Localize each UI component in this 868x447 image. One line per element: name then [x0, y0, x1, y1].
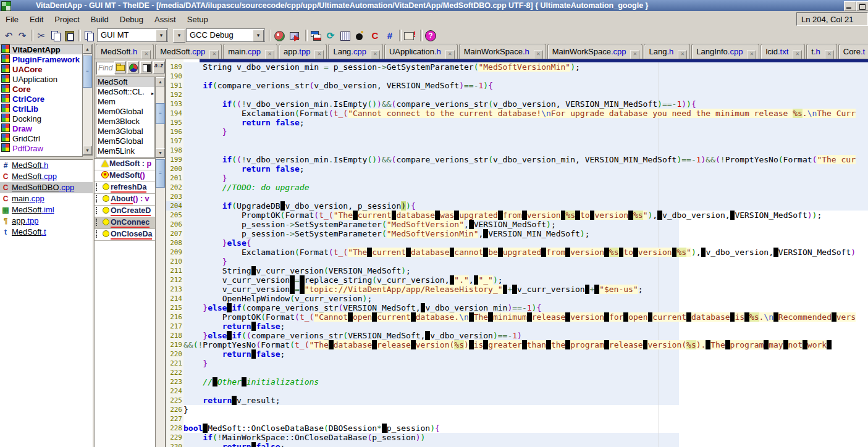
code-line[interactable]: } [183, 127, 227, 136]
code-line[interactable]: bool MedSoft::OnCloseDataBase(DBOSession… [183, 424, 440, 433]
help-button[interactable]: ? [424, 29, 437, 43]
scroll-up-button[interactable]: ▲ [156, 77, 165, 86]
mail-errors-button[interactable]: ! [403, 29, 416, 43]
code-line[interactable]: return v_result; [183, 396, 280, 405]
package-item-draw[interactable]: Draw [0, 123, 82, 133]
scrollbar-thumb[interactable]: ≡ [156, 103, 165, 124]
file-item-medsoftdbo-cpp[interactable]: CMedSoftDBO.cpp [0, 182, 93, 193]
symbol-item-mem3global[interactable]: Mem3Global [96, 127, 154, 136]
code-line[interactable]: return false; [183, 118, 305, 127]
scrollbar-thumb[interactable]: ≡ [156, 159, 165, 188]
image-designer-button[interactable] [309, 29, 322, 43]
code-editor[interactable]: 1891901911921931941951961971981992002012… [166, 59, 868, 447]
package-item-vitadentapp[interactable]: VitaDentApp [0, 44, 82, 54]
redo-button[interactable]: ↷ [15, 29, 29, 43]
code-line[interactable]: } [183, 359, 208, 368]
scrollbar-thumb[interactable]: ≡ [83, 56, 92, 88]
package-item-ctrlcore[interactable]: CtrlCore [0, 94, 82, 104]
member-item-oncloseda[interactable]: OnCloseDa [95, 229, 155, 241]
symbol-item-mem[interactable]: Mem [96, 97, 154, 107]
member-item-oncreated[interactable]: OnCreateD [95, 206, 155, 217]
code-line[interactable]: if((!v_dbo_version_min.IsEmpty())&&(comp… [183, 155, 856, 164]
combo-dropdown-icon[interactable]: ▾ [156, 30, 167, 42]
member-item-medsoft[interactable]: MedSoft : p [95, 159, 155, 170]
debug-bomb-button[interactable] [353, 29, 367, 43]
build-method-combo[interactable]: GCC Debug▾ [186, 28, 265, 42]
code-line[interactable]: PromptOK(Format(t_("Cannot open current … [183, 312, 856, 322]
tab-close-icon[interactable]: ✕ [534, 50, 543, 59]
package-item-pluginframework[interactable]: PluginFramework [0, 54, 82, 64]
member-list-scrollbar[interactable]: ≡ [155, 158, 165, 447]
tab-close-icon[interactable]: ✕ [825, 50, 834, 59]
tab-lcid-txt[interactable]: lcid.txt✕ [761, 44, 805, 59]
file-item-medsoft-iml[interactable]: ▦MedSoft.iml [0, 204, 93, 215]
tab-lang-h[interactable]: Lang.h✕ [644, 44, 690, 59]
member-item-about[interactable]: About() : v [95, 194, 155, 206]
tab-t-h[interactable]: t.h✕ [806, 44, 836, 59]
build-mode-dropdown-button[interactable]: ▾ [173, 29, 185, 43]
debug-package-button[interactable] [288, 29, 301, 43]
file-item-medsoft-cpp[interactable]: CMedSoft.cpp [0, 171, 93, 182]
symbol-list-scrollbar[interactable]: ▲ ≡ ▼ [155, 77, 165, 158]
tab-mainworkspace-h[interactable]: MainWorkSpace.h✕ [459, 44, 546, 59]
code-line[interactable]: } [183, 405, 188, 414]
tab-langinfo-cpp[interactable]: LangInfo.cpp✕ [691, 44, 759, 59]
tab-medsoft-h[interactable]: MedSoft.h✕ [96, 44, 154, 59]
file-item-main-cpp[interactable]: Cmain.cpp [0, 193, 93, 204]
code-line[interactable]: if(compare_verions_str(v_dbo_version, VE… [183, 81, 493, 90]
find-input[interactable]: Find [96, 62, 115, 75]
package-item-core[interactable]: Core [0, 84, 82, 94]
tab-close-icon[interactable]: ✕ [265, 50, 274, 59]
code-line[interactable]: } [183, 257, 227, 266]
package-item-gridctrl[interactable]: GridCtrl [0, 133, 82, 143]
tab-close-icon[interactable]: ✕ [793, 50, 802, 59]
sort-az-button[interactable]: a↓z [153, 61, 165, 73]
code-line[interactable]: return false; [183, 164, 305, 173]
file-item-medsoft-h[interactable]: #MedSoft.h [0, 160, 93, 171]
symbol-item-mem5link[interactable]: Mem5Link [96, 146, 154, 156]
code-line[interactable]: p_session->SetSystemParameter("MedSoftVe… [183, 229, 590, 238]
scope-button[interactable] [127, 61, 139, 73]
menu-item-setup[interactable]: Setup [182, 11, 214, 28]
code-line[interactable]: if(!MainWorkSpace::OnCloseDataBase(p_ses… [183, 433, 425, 442]
code-line[interactable]: } [183, 173, 227, 183]
tab-close-icon[interactable]: ✕ [678, 50, 687, 59]
code-line[interactable]: &&(!PromptYesNo(Format(t_("The database … [183, 340, 832, 349]
combo-dropdown-icon[interactable]: ▾ [253, 30, 264, 42]
code-line[interactable]: return false; [183, 349, 285, 359]
tab-lang-cpp[interactable]: Lang.cpp✕ [328, 44, 383, 59]
undo-button[interactable]: ↶ [2, 29, 15, 43]
symbol-item-mem5global[interactable]: Mem5Global [96, 136, 154, 146]
code-line[interactable]: PromptOK(Format(t_("The current database… [183, 211, 822, 220]
symbol-item-mem0global[interactable]: Mem0Global [96, 107, 154, 117]
code-line[interactable]: //TODO: do upgrade [183, 183, 310, 192]
tab-close-icon[interactable]: ✕ [445, 50, 455, 59]
maximize-button[interactable] [856, 1, 868, 11]
rebuild-c-button[interactable]: C [368, 29, 382, 43]
sync-button[interactable]: ⟳ [324, 29, 337, 43]
package-item-ctrllib[interactable]: CtrlLib [0, 104, 82, 114]
menu-item-build[interactable]: Build [85, 11, 114, 28]
package-item-uacore[interactable]: UACore [0, 64, 82, 74]
package-item-pdfdraw[interactable]: PdfDraw [0, 143, 82, 153]
tab-close-icon[interactable]: ✕ [630, 50, 639, 59]
file-item-app-tpp[interactable]: ¶app.tpp [0, 215, 93, 227]
code-line[interactable]: p_session->SetSystemParameter("MedSoftVe… [183, 220, 556, 229]
package-list-scrollbar[interactable]: ▲ ≡ ▼ [82, 44, 93, 156]
menu-item-assist[interactable]: Assist [149, 11, 182, 28]
scroll-down-button[interactable]: ▼ [156, 148, 165, 157]
calendar-designer-button[interactable] [339, 29, 352, 43]
tab-close-icon[interactable]: ✕ [209, 50, 219, 59]
code-line[interactable]: String v_curr_version(VERSION_MedSoft); [183, 266, 411, 275]
symbol-item-medsoft-cl[interactable]: MedSoft::CL.▸ [96, 87, 154, 97]
symbol-item-mem3block[interactable]: Mem3Block [96, 117, 154, 127]
tab-close-icon[interactable]: ✕ [747, 50, 756, 59]
minimize-button[interactable] [844, 1, 856, 11]
menu-item-project[interactable]: Project [49, 11, 85, 28]
menu-item-debug[interactable]: Debug [114, 11, 149, 28]
menu-item-file[interactable]: File [0, 11, 24, 28]
cut-button[interactable]: ✂ [35, 29, 48, 43]
open-folder-button[interactable] [114, 61, 126, 73]
package-item-docking[interactable]: Docking [0, 114, 82, 123]
file-item-medsoft-t[interactable]: tMedSoft.t [0, 227, 93, 238]
